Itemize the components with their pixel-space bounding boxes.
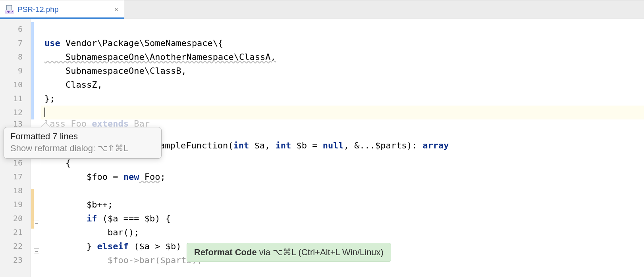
line-number: 9 xyxy=(0,64,31,78)
popup-hint: Show reformat dialog: ⌥⇧⌘L xyxy=(10,143,155,154)
line-number: 18 xyxy=(0,184,31,198)
text-caret xyxy=(44,108,45,117)
code-line[interactable]: $foo = new Foo; xyxy=(41,170,644,184)
popup-title: Formatted 7 lines xyxy=(10,131,155,142)
hint-action: Reformat Code xyxy=(194,247,257,257)
selection-stripe xyxy=(31,22,34,119)
code-line[interactable]: bar(); xyxy=(41,225,644,239)
line-number: 10 xyxy=(0,78,31,92)
code-line[interactable]: use Vendor\Package\SomeNamespace\{ xyxy=(41,36,644,50)
php-file-icon: PHP xyxy=(5,5,13,14)
code-line[interactable] xyxy=(41,22,644,36)
line-number: 19 xyxy=(0,198,31,212)
line-number: 17 xyxy=(0,170,31,184)
code-line[interactable]: SubnamespaceOne\ClassB, xyxy=(41,64,644,78)
shortcut-hint-banner: Reformat Code via ⌥⌘L (Ctrl+Alt+L Win/Li… xyxy=(187,243,391,262)
editor: 6 7 8 9 10 11 12 13 16 17 18 19 20 21 22… xyxy=(0,19,644,277)
code-line[interactable]: $b++; xyxy=(41,198,644,212)
code-line-active[interactable] xyxy=(41,106,644,119)
code-line[interactable]: if ($a === $b) { xyxy=(41,212,644,225)
line-number: 20 xyxy=(0,212,31,225)
line-number: 12 xyxy=(0,106,31,119)
tab-filename: PSR-12.php xyxy=(17,5,59,14)
fold-handle-icon[interactable] xyxy=(34,248,39,254)
fold-handle-icon[interactable] xyxy=(34,221,39,226)
editor-tab[interactable]: PHP PSR-12.php × xyxy=(0,0,124,19)
line-number: 7 xyxy=(0,36,31,50)
code-line[interactable]: ClassZ, xyxy=(41,78,644,92)
line-number: 21 xyxy=(0,225,31,239)
change-stripe xyxy=(31,189,34,229)
line-number: 11 xyxy=(0,92,31,106)
code-line[interactable]: }; xyxy=(41,92,644,106)
line-number: 22 xyxy=(0,239,31,253)
reformat-result-popup: Formatted 7 lines Show reformat dialog: … xyxy=(4,127,162,159)
code-line[interactable]: SubnamespaceOne\AnotherNamespace\ClassA, xyxy=(41,50,644,64)
line-number: 8 xyxy=(0,50,31,64)
line-number: 23 xyxy=(0,253,31,267)
hint-keys: via ⌥⌘L (Ctrl+Alt+L Win/Linux) xyxy=(257,247,384,257)
close-icon[interactable]: × xyxy=(114,6,119,14)
code-line[interactable] xyxy=(41,184,644,198)
tab-bar: PHP PSR-12.php × xyxy=(0,0,644,19)
line-number: 6 xyxy=(0,22,31,36)
